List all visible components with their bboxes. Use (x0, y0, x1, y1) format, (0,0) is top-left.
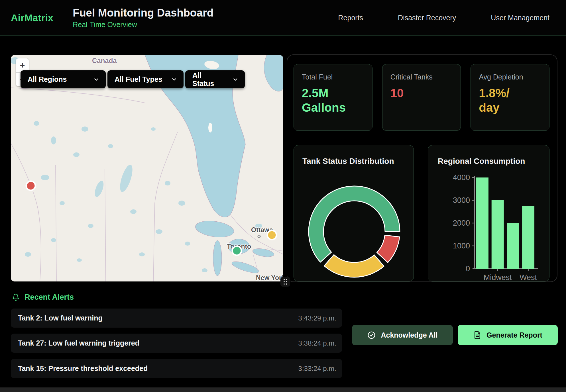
filter-fuel-types-label: All Fuel Types (115, 75, 162, 83)
bar-region-Midwest (492, 200, 504, 269)
alert-text: Tank 27: Low fuel warning triggered (18, 339, 139, 347)
app-header: AirMatrix Fuel Monitoring Dashboard Real… (0, 0, 566, 36)
stat-label: Avg Depletion (479, 73, 541, 81)
y-tick-label: 4000 (453, 173, 470, 182)
bar-region-r2 (507, 223, 519, 269)
x-tick-label: Midwest (484, 273, 512, 281)
alerts-header: Recent Alerts (12, 293, 74, 302)
title-block: Fuel Monitoring Dashboard Real-Time Over… (73, 7, 213, 29)
ottawa-town-icon-dot (259, 236, 260, 237)
alert-text: Tank 2: Low fuel warning (18, 314, 103, 322)
bell-icon (12, 293, 20, 301)
chevron-down-icon (93, 76, 99, 83)
map-resize-handle[interactable] (280, 277, 290, 287)
generate-report-label: Generate Report (486, 331, 542, 339)
y-tick-label: 1000 (453, 242, 470, 250)
dashboard-right-column: Total Fuel 2.5M Gallons Critical Tanks 1… (287, 54, 557, 282)
main-nav: Reports Disaster Recovery User Managemen… (338, 14, 549, 22)
doughnut-segment-warning (324, 255, 384, 277)
stat-value-total-fuel-unit: Gallons (302, 100, 364, 115)
nav-user-management[interactable]: User Management (491, 14, 549, 22)
y-tick-label: 2000 (453, 219, 470, 227)
filter-status-label: All Status (192, 71, 225, 88)
acknowledge-all-label: Acknowledge All (381, 331, 437, 339)
map-panel[interactable]: Canada Ottawa Toronto New York + − All R… (11, 55, 283, 281)
map-island (208, 123, 212, 132)
tank-status-title: Tank Status Distribution (302, 157, 394, 166)
charts-row: Tank Status Distribution 010002000300040… (294, 145, 549, 281)
filter-regions-label: All Regions (28, 75, 67, 83)
stat-value-avg-depletion: 1.8%/ (479, 86, 541, 100)
regional-consumption-title: Regional Consumption (438, 157, 525, 166)
alert-timestamp: 3:33:24 p.m. (298, 365, 336, 373)
nav-reports[interactable]: Reports (338, 14, 363, 22)
filter-regions-dropdown[interactable]: All Regions (21, 70, 106, 88)
alert-row: Tank 27: Low fuel warning triggered 3:38… (11, 334, 342, 353)
map-label-canada: Canada (92, 57, 117, 64)
acknowledge-all-button[interactable]: Acknowledge All (352, 325, 453, 345)
stat-card-total-fuel: Total Fuel 2.5M Gallons (294, 64, 372, 131)
stat-label: Critical Tanks (390, 73, 453, 81)
chevron-down-icon (171, 76, 177, 83)
map-filters: All Regions All Fuel Types All Status (21, 70, 245, 88)
stat-label: Total Fuel (302, 73, 364, 81)
map-canvas[interactable]: Canada Ottawa Toronto New York (11, 55, 283, 281)
alert-row: Tank 2: Low fuel warning 3:43:29 p.m. (11, 309, 342, 328)
bar-region-r0 (476, 177, 488, 269)
document-icon (473, 331, 482, 339)
map-marker-warning[interactable] (267, 230, 276, 240)
brand-logo: AirMatrix (11, 12, 53, 23)
page-title: Fuel Monitoring Dashboard (73, 7, 213, 19)
y-tick-label: 3000 (453, 196, 470, 205)
page-subtitle: Real-Time Overview (73, 21, 213, 29)
stat-card-critical-tanks: Critical Tanks 10 (382, 64, 461, 131)
map-marker-normal[interactable] (232, 246, 241, 255)
alert-timestamp: 3:43:29 p.m. (298, 314, 336, 322)
stats-row: Total Fuel 2.5M Gallons Critical Tanks 1… (294, 64, 549, 131)
chevron-down-icon (232, 76, 239, 83)
stat-value-critical-tanks: 10 (390, 86, 453, 100)
check-circle-icon (367, 331, 376, 340)
alerts-section-title: Recent Alerts (25, 293, 74, 302)
doughnut-segment-critical (377, 235, 400, 263)
y-tick-label: 0 (466, 264, 470, 273)
map-marker-critical[interactable] (26, 181, 35, 190)
generate-report-button[interactable]: Generate Report (458, 325, 558, 345)
regional-consumption-panel: 01000200030004000MidwestWest Regional Co… (428, 145, 549, 281)
nav-disaster-recovery[interactable]: Disaster Recovery (398, 14, 456, 22)
bar-region-West (522, 206, 534, 269)
stat-value-avg-depletion-unit: day (479, 100, 541, 115)
bottom-bar (0, 387, 566, 392)
alert-row: Tank 15: Pressure threshold exceeded 3:3… (11, 359, 342, 378)
alert-timestamp: 3:38:24 p.m. (298, 339, 336, 347)
filter-status-dropdown[interactable]: All Status (185, 70, 245, 88)
alert-text: Tank 15: Pressure threshold exceeded (18, 364, 148, 373)
tank-status-panel: Tank Status Distribution (294, 145, 414, 281)
map-label-new-york: New York (256, 274, 283, 281)
x-tick-label: West (520, 273, 537, 281)
stat-card-avg-depletion: Avg Depletion 1.8%/ day (471, 64, 549, 131)
filter-fuel-types-dropdown[interactable]: All Fuel Types (107, 70, 184, 88)
stat-value-total-fuel: 2.5M (302, 86, 364, 100)
